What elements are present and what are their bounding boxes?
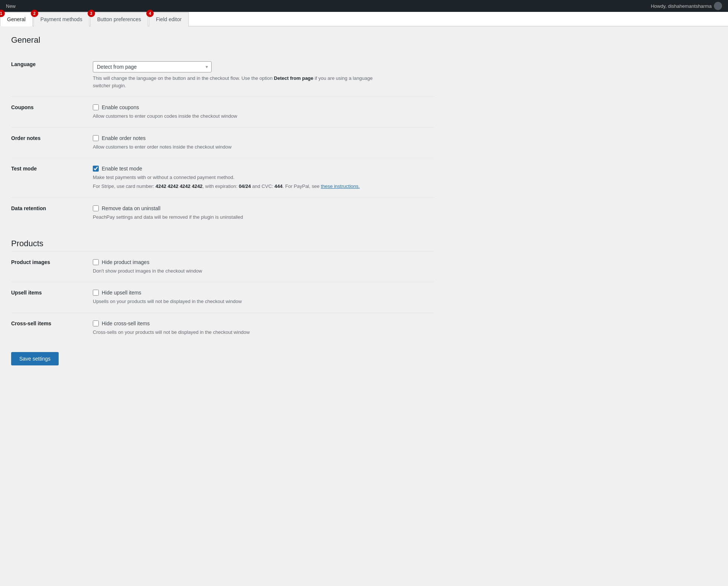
coupons-checkbox-label[interactable]: Enable coupons xyxy=(102,104,139,110)
tab-number-4: 4 xyxy=(146,10,154,17)
new-label: New xyxy=(6,3,16,9)
upsell-items-checkbox-label[interactable]: Hide upsell items xyxy=(102,290,141,296)
coupons-row: Coupons Enable coupons Allow customers t… xyxy=(11,97,434,128)
products-section-title: Products xyxy=(11,239,434,248)
upsell-items-label: Upsell items xyxy=(11,282,93,313)
test-mode-label: Test mode xyxy=(11,158,93,198)
tab-field-editor[interactable]: 4 Field editor xyxy=(149,12,189,26)
main-content: General Language Detect from page Englis… xyxy=(0,26,445,385)
general-settings-table: Language Detect from page English Spanis… xyxy=(11,54,434,343)
order-notes-row: Order notes Enable order notes Allow cus… xyxy=(11,127,434,158)
test-mode-checkbox[interactable] xyxy=(93,166,99,172)
avatar xyxy=(714,2,722,10)
tab-bar: 1 General 2 Payment methods 3 Button pre… xyxy=(0,12,728,26)
paypal-instructions-link[interactable]: these instructions. xyxy=(321,183,360,189)
language-row: Language Detect from page English Spanis… xyxy=(11,54,434,97)
cross-sell-items-checkbox[interactable] xyxy=(93,320,99,326)
data-retention-checkbox-label[interactable]: Remove data on uninstall xyxy=(102,205,160,211)
upsell-items-checkbox[interactable] xyxy=(93,290,99,296)
coupons-checkbox-row: Enable coupons xyxy=(93,104,434,110)
upsell-items-description: Upsells on your products will not be dis… xyxy=(93,298,390,305)
test-mode-checkbox-label[interactable]: Enable test mode xyxy=(102,166,142,172)
upsell-items-checkbox-row: Hide upsell items xyxy=(93,290,434,296)
language-select-wrapper: Detect from page English Spanish French … xyxy=(93,61,212,72)
data-retention-checkbox-row: Remove data on uninstall xyxy=(93,205,434,211)
data-retention-field: Remove data on uninstall PeachPay settin… xyxy=(93,198,434,228)
language-description: This will change the language on the but… xyxy=(93,75,390,89)
data-retention-row: Data retention Remove data on uninstall … xyxy=(11,198,434,228)
cross-sell-items-row: Cross-sell items Hide cross-sell items C… xyxy=(11,313,434,343)
page-title: General xyxy=(11,35,434,45)
products-section-divider: Products xyxy=(11,228,434,252)
test-mode-row: Test mode Enable test mode Make test pay… xyxy=(11,158,434,198)
upsell-items-row: Upsell items Hide upsell items Upsells o… xyxy=(11,282,434,313)
coupons-field: Enable coupons Allow customers to enter … xyxy=(93,97,434,128)
coupons-checkbox[interactable] xyxy=(93,104,99,110)
test-mode-description1: Make test payments with or without a con… xyxy=(93,174,390,181)
coupons-description: Allow customers to enter coupon codes in… xyxy=(93,113,390,120)
order-notes-checkbox-label[interactable]: Enable order notes xyxy=(102,135,146,141)
tab-number-3: 3 xyxy=(88,10,95,17)
data-retention-description: PeachPay settings and data will be remov… xyxy=(93,214,390,221)
data-retention-checkbox[interactable] xyxy=(93,205,99,211)
product-images-description: Don't show product images in the checkou… xyxy=(93,267,390,275)
product-images-row: Product images Hide product images Don't… xyxy=(11,251,434,282)
order-notes-checkbox-row: Enable order notes xyxy=(93,135,434,141)
order-notes-label: Order notes xyxy=(11,127,93,158)
save-settings-button[interactable]: Save settings xyxy=(11,352,59,365)
order-notes-field: Enable order notes Allow customers to en… xyxy=(93,127,434,158)
product-images-checkbox-label[interactable]: Hide product images xyxy=(102,259,149,265)
save-btn-wrapper: Save settings xyxy=(11,352,434,377)
product-images-field: Hide product images Don't show product i… xyxy=(93,251,434,282)
cross-sell-items-checkbox-row: Hide cross-sell items xyxy=(93,320,434,326)
order-notes-description: Allow customers to enter order notes ins… xyxy=(93,143,390,151)
admin-bar: New Howdy, dishahemantsharma xyxy=(0,0,728,12)
cross-sell-items-field: Hide cross-sell items Cross-sells on you… xyxy=(93,313,434,343)
cross-sell-items-description: Cross-sells on your products will not be… xyxy=(93,329,390,336)
cross-sell-items-label: Cross-sell items xyxy=(11,313,93,343)
test-mode-stripe-info: For Stripe, use card number: 4242 4242 4… xyxy=(93,183,434,191)
product-images-checkbox-row: Hide product images xyxy=(93,259,434,265)
coupons-label: Coupons xyxy=(11,97,93,128)
language-label: Language xyxy=(11,54,93,97)
product-images-label: Product images xyxy=(11,251,93,282)
test-mode-field: Enable test mode Make test payments with… xyxy=(93,158,434,198)
admin-bar-right: Howdy, dishahemantsharma xyxy=(651,2,722,10)
tab-button-preferences[interactable]: 3 Button preferences xyxy=(90,12,148,26)
order-notes-checkbox[interactable] xyxy=(93,135,99,141)
howdy-text: Howdy, dishahemantsharma xyxy=(651,3,712,9)
language-field: Detect from page English Spanish French … xyxy=(93,54,434,97)
tab-number-2: 2 xyxy=(31,10,38,17)
test-mode-checkbox-row: Enable test mode xyxy=(93,166,434,172)
upsell-items-field: Hide upsell items Upsells on your produc… xyxy=(93,282,434,313)
product-images-checkbox[interactable] xyxy=(93,259,99,265)
tab-general[interactable]: 1 General xyxy=(0,12,33,26)
language-select[interactable]: Detect from page English Spanish French … xyxy=(93,61,212,72)
tab-payment-methods[interactable]: 2 Payment methods xyxy=(33,12,89,26)
cross-sell-items-checkbox-label[interactable]: Hide cross-sell items xyxy=(102,320,150,326)
data-retention-label: Data retention xyxy=(11,198,93,228)
